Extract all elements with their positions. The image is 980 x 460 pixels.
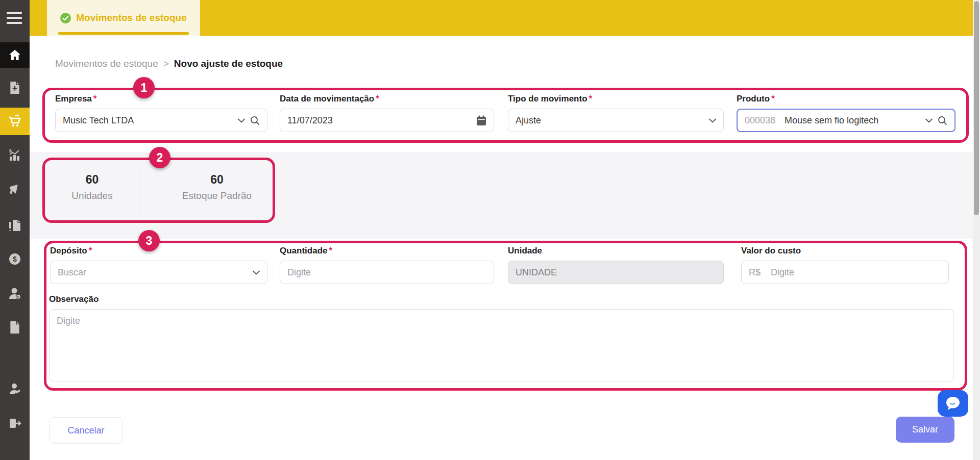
field-quantidade: Quantidade* <box>280 246 494 284</box>
observacao-textarea[interactable] <box>49 309 953 381</box>
sidebar: $ $ $ <box>0 0 30 460</box>
valor-custo-label: Valor do custo <box>741 246 801 255</box>
empresa-label: Empresa <box>55 94 92 104</box>
chart-dollar-icon: $ <box>8 148 21 162</box>
empresa-value: Music Tech LTDA <box>63 115 233 126</box>
tab-movimentos-de-estoque[interactable]: Movimentos de estoque <box>47 0 200 36</box>
hamburger-menu-button[interactable] <box>0 0 30 36</box>
sidebar-item-customer-finance[interactable]: $ <box>0 280 30 306</box>
stat-unidades-value: 60 <box>58 173 127 187</box>
sidebar-item-contracts[interactable] <box>0 213 30 238</box>
deposito-label: Depósito <box>50 246 87 255</box>
data-movimentacao-label: Data de movimentação <box>280 94 374 104</box>
sidebar-item-logout[interactable] <box>0 411 30 436</box>
field-unidade: Unidade <box>508 246 724 284</box>
stat-unidades: 60 Unidades <box>58 173 127 201</box>
currency-prefix: R$ <box>749 267 761 278</box>
svg-text:$: $ <box>9 148 12 154</box>
tipo-movimento-label: Tipo de movimento <box>508 94 587 104</box>
user-edit-icon <box>8 383 21 395</box>
empresa-select[interactable]: Music Tech LTDA <box>55 109 267 132</box>
field-data-movimentacao: Data de movimentação* 11/07/2023 <box>280 94 494 132</box>
data-movimentacao-value: 11/07/2023 <box>287 115 471 126</box>
search-icon[interactable] <box>250 116 260 125</box>
check-circle-icon <box>60 13 71 23</box>
shopping-cart-icon <box>7 114 22 129</box>
tipo-movimento-select[interactable]: Ajuste <box>508 109 724 132</box>
produto-label: Produto <box>737 94 770 104</box>
annotation-badge-2: 2 <box>149 147 170 168</box>
stat-estoque-padrao-value: 60 <box>168 173 265 187</box>
field-observacao: Observação <box>49 294 953 384</box>
topbar: Movimentos de estoque <box>30 0 973 36</box>
chat-bubble-icon <box>944 395 962 412</box>
field-empresa: Empresa* Music Tech LTDA <box>55 94 267 132</box>
required-asterisk: * <box>771 94 775 104</box>
sidebar-item-home[interactable] <box>0 42 30 68</box>
svg-text:$: $ <box>17 295 19 299</box>
sidebar-item-documents[interactable] <box>0 315 30 340</box>
chevron-down-icon <box>238 118 245 123</box>
logout-icon <box>8 417 21 429</box>
tab-active-underline <box>58 32 189 35</box>
svg-text:$: $ <box>13 255 17 263</box>
stats-divider <box>139 167 139 214</box>
produto-combobox[interactable]: 000038 Mouse sem fio logitech <box>737 109 955 132</box>
document-icon <box>9 321 21 334</box>
sidebar-item-user-profile[interactable] <box>0 376 30 402</box>
sidebar-item-new-document[interactable] <box>0 75 30 100</box>
field-tipo-movimento: Tipo de movimento* Ajuste <box>508 94 724 132</box>
required-asterisk: * <box>329 246 333 255</box>
unidade-label: Unidade <box>508 246 542 255</box>
sidebar-item-sales-cart[interactable] <box>0 108 30 135</box>
sidebar-item-announcements[interactable] <box>0 176 30 201</box>
document-pen-icon <box>8 219 21 232</box>
required-asterisk: * <box>93 94 97 104</box>
chevron-down-icon <box>925 118 933 123</box>
unidade-input <box>508 261 724 284</box>
field-valor-custo: Valor do custo R$ Digite <box>741 246 949 284</box>
megaphone-icon <box>8 182 21 195</box>
breadcrumb-parent[interactable]: Movimentos de estoque <box>55 58 158 69</box>
cancel-button[interactable]: Cancelar <box>50 417 122 444</box>
chevron-down-icon <box>253 270 260 275</box>
sidebar-item-finance[interactable]: $ <box>0 246 30 272</box>
valor-custo-placeholder: Digite <box>771 267 941 278</box>
quantidade-input[interactable] <box>280 261 494 284</box>
produto-code: 000038 <box>745 115 775 126</box>
file-plus-icon <box>9 81 21 94</box>
scrollbar-thumb[interactable] <box>974 1 979 215</box>
stat-estoque-padrao: 60 Estoque Padrão <box>168 173 265 201</box>
field-produto: Produto* 000038 Mouse sem fio logitech <box>737 94 955 132</box>
deposito-select[interactable]: Buscar <box>50 261 267 284</box>
chat-widget-button[interactable] <box>938 390 968 417</box>
data-movimentacao-input[interactable]: 11/07/2023 <box>280 109 494 132</box>
required-asterisk: * <box>89 246 92 255</box>
save-button[interactable]: Salvar <box>896 417 954 443</box>
breadcrumb-separator: > <box>163 58 169 69</box>
sidebar-item-sales-report[interactable]: $ <box>0 142 30 168</box>
stat-estoque-padrao-label: Estoque Padrão <box>168 190 265 201</box>
tipo-movimento-value: Ajuste <box>516 115 704 126</box>
field-deposito: Depósito* Buscar <box>50 246 267 284</box>
person-dollar-icon: $ <box>8 287 22 300</box>
home-icon <box>8 48 21 62</box>
required-asterisk: * <box>589 94 593 104</box>
scrollbar-track <box>973 0 980 460</box>
quantidade-label: Quantidade <box>280 246 328 255</box>
chevron-down-icon <box>709 118 716 123</box>
dollar-circle-icon: $ <box>8 252 21 266</box>
valor-custo-input[interactable]: R$ Digite <box>741 261 949 284</box>
produto-value: Mouse sem fio logitech <box>785 115 920 126</box>
required-asterisk: * <box>376 94 379 104</box>
hamburger-icon <box>7 12 22 14</box>
deposito-placeholder: Buscar <box>58 267 248 278</box>
tab-label: Movimentos de estoque <box>76 12 186 23</box>
observacao-label: Observação <box>49 294 99 304</box>
calendar-icon[interactable] <box>476 115 486 126</box>
page-title: Novo ajuste de estoque <box>174 58 283 69</box>
stat-unidades-label: Unidades <box>58 190 127 201</box>
breadcrumb: Movimentos de estoque > Novo ajuste de e… <box>55 58 283 69</box>
search-icon[interactable] <box>938 116 947 125</box>
